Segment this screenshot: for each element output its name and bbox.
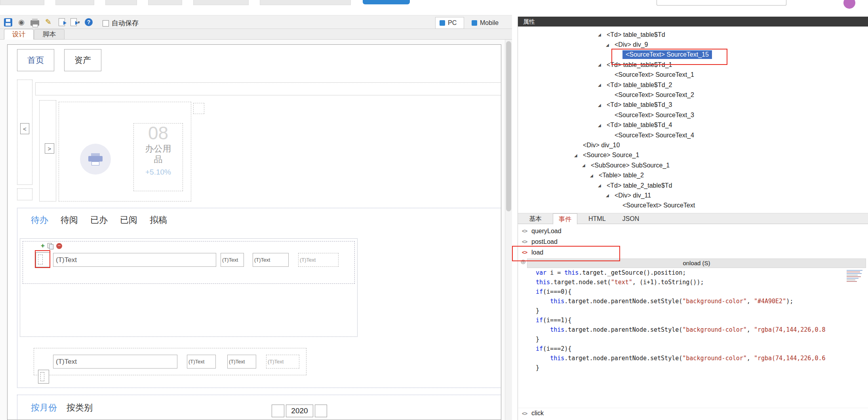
code-line[interactable]: this.target.node.parentNode.setStyle("ba… xyxy=(518,353,868,363)
print-button[interactable] xyxy=(30,17,40,27)
tree-item[interactable]: <Div> div_10 xyxy=(518,140,868,150)
tree-item[interactable]: ◢<Source> Source_1 xyxy=(518,150,868,160)
help-button[interactable]: ? xyxy=(84,17,93,27)
code-editor[interactable]: var i = this.target._getSource().positio… xyxy=(518,268,868,408)
chart-tab[interactable]: 按月份 xyxy=(31,402,57,414)
tree-item[interactable]: ◢<SubSource> SubSource_1 xyxy=(518,160,868,170)
tree-expand-icon[interactable]: ◢ xyxy=(598,32,607,37)
sequence-cell[interactable] xyxy=(36,252,50,267)
stat-card[interactable]: 08 办公用品 +5.10% xyxy=(133,123,183,191)
tree-expand-icon[interactable]: ◢ xyxy=(606,193,615,198)
page-tab[interactable]: 资产 xyxy=(64,49,101,71)
add-row-icon[interactable]: + xyxy=(41,243,45,249)
sequence-cell[interactable] xyxy=(38,370,49,384)
browser-tab[interactable] xyxy=(260,0,351,5)
code-line[interactable]: } xyxy=(518,363,868,372)
tree-expand-icon[interactable]: ◢ xyxy=(582,163,591,167)
browser-tab[interactable] xyxy=(55,0,94,5)
small-placeholder-box[interactable] xyxy=(193,103,204,114)
handler-title-bar[interactable]: onload (S) xyxy=(527,258,866,268)
tree-item[interactable]: <SourceText> SourceText_1 xyxy=(518,70,868,80)
scrollbar-thumb[interactable] xyxy=(506,41,511,211)
tree-item[interactable]: ◢<Td> table_table$Td_4 xyxy=(518,120,868,130)
edit-button[interactable]: ✎ xyxy=(44,17,53,27)
save-button[interactable] xyxy=(3,17,13,27)
year-next-box[interactable] xyxy=(315,405,327,417)
code-line[interactable]: var i = this.target._getSource().positio… xyxy=(518,268,868,277)
year-prev-box[interactable] xyxy=(272,405,284,417)
tree-expand-icon[interactable]: ◢ xyxy=(598,183,607,188)
left-small-box[interactable] xyxy=(17,188,32,200)
text-field[interactable]: (T)Text xyxy=(221,253,244,267)
header-row-placeholder[interactable] xyxy=(35,82,501,95)
list-tab[interactable]: 已办 xyxy=(90,214,108,226)
code-line[interactable]: } xyxy=(518,334,868,344)
tree-item[interactable]: <SourceText> SourceText xyxy=(518,201,868,211)
list-tab[interactable]: 拟稿 xyxy=(150,214,167,226)
tree-expand-icon[interactable]: ◢ xyxy=(574,153,583,158)
event-item-click[interactable]: <> click xyxy=(518,408,868,418)
list-tab[interactable]: 已阅 xyxy=(120,214,137,226)
tree-item[interactable]: ◢<Div> div_11 xyxy=(518,190,868,200)
tree-item[interactable]: ◢<Td> table_table$Td_1 xyxy=(518,60,868,70)
tree-item[interactable]: ◢<Td> table_2_table$Td xyxy=(518,181,868,190)
code-line[interactable]: this.target.node.set("text", (i+1).toStr… xyxy=(518,277,868,287)
event-item[interactable]: <>load xyxy=(518,247,868,258)
code-line[interactable]: this.target.node.parentNode.setStyle("ba… xyxy=(518,296,868,306)
text-field[interactable]: (T)Text xyxy=(53,355,177,369)
canvas-scrollbar[interactable] xyxy=(505,40,512,420)
year-input[interactable]: 2020 xyxy=(286,405,313,417)
device-toggle-mobile[interactable]: Mobile xyxy=(468,17,507,29)
avatar[interactable] xyxy=(843,0,855,9)
tree-item[interactable]: ◢<Div> div_9 xyxy=(518,40,868,49)
tree-item[interactable]: ◢<Table> table_2 xyxy=(518,170,868,180)
design-surface[interactable]: 首页资产 < > 08 办公用品 +5.10% 待办待阅已办已阅拟稿 + − (… xyxy=(7,44,501,420)
tree-item[interactable]: ◢<Td> table_table$Td_2 xyxy=(518,80,868,90)
text-field[interactable]: (T)Text xyxy=(227,355,256,369)
tree-item[interactable]: ◢<Td> table_table$Td xyxy=(518,30,868,40)
tree-item[interactable]: ◢<Td> table_table$Td_3 xyxy=(518,100,868,110)
tree-item[interactable]: <SourceText> SourceText_2 xyxy=(518,90,868,100)
event-item[interactable]: <>postLoad xyxy=(518,236,868,247)
tree-expand-icon[interactable]: ◢ xyxy=(598,63,607,67)
text-field-ghost[interactable]: (T)Text xyxy=(298,253,339,267)
collapse-left-button[interactable]: < xyxy=(20,123,29,134)
preview-button[interactable]: ◉ xyxy=(17,17,26,27)
copy-row-icon[interactable] xyxy=(48,243,53,249)
device-toggle-pc[interactable]: PC xyxy=(435,17,464,29)
tree-expand-icon[interactable]: ◢ xyxy=(606,43,615,47)
tree-expand-icon[interactable]: ◢ xyxy=(598,103,607,107)
text-field[interactable]: (T)Text xyxy=(187,355,216,369)
page-tab[interactable]: 首页 xyxy=(17,49,54,71)
code-line[interactable]: if(i===1){ xyxy=(518,315,868,325)
tree-item[interactable]: <SourceText> SourceText_15 xyxy=(518,50,868,60)
browser-tab[interactable] xyxy=(105,0,137,5)
list-tab[interactable]: 待办 xyxy=(31,214,48,226)
list-tab[interactable]: 待阅 xyxy=(61,214,78,226)
tree-item[interactable]: <SourceText> SourceText_3 xyxy=(518,110,868,120)
code-line[interactable]: } xyxy=(518,306,868,315)
text-field[interactable]: (T)Text xyxy=(53,253,216,267)
text-field[interactable]: (T)Text xyxy=(253,253,289,267)
tab-design[interactable]: 设计 xyxy=(4,29,34,40)
tree-expand-icon[interactable]: ◢ xyxy=(598,123,607,127)
printer-badge[interactable] xyxy=(80,144,111,175)
code-line[interactable]: if(i===2){ xyxy=(518,344,868,353)
browser-tab[interactable] xyxy=(0,0,44,5)
properties-tab[interactable]: HTML xyxy=(583,213,611,224)
autosave-checkbox[interactable] xyxy=(103,20,109,27)
add-handler-icon[interactable]: ⊕ xyxy=(520,258,526,266)
code-minimap[interactable] xyxy=(847,270,865,283)
export-dropdown-button[interactable]: ▾ xyxy=(70,17,80,27)
delete-row-icon[interactable]: − xyxy=(56,243,62,249)
tree-expand-icon[interactable]: ◢ xyxy=(590,173,599,178)
code-line[interactable]: if(i===0){ xyxy=(518,287,868,296)
chart-tab[interactable]: 按类别 xyxy=(67,402,93,414)
tree-expand-icon[interactable]: ◢ xyxy=(598,83,607,87)
tree-item[interactable]: <SourceText> SourceText_4 xyxy=(518,130,868,140)
properties-tab[interactable]: 基本 xyxy=(523,213,547,224)
event-item[interactable]: <>queryLoad xyxy=(518,226,868,236)
browser-tab[interactable] xyxy=(148,0,182,5)
tab-script[interactable]: 脚本 xyxy=(34,29,65,40)
text-field-ghost[interactable]: (T)Text xyxy=(266,355,299,369)
